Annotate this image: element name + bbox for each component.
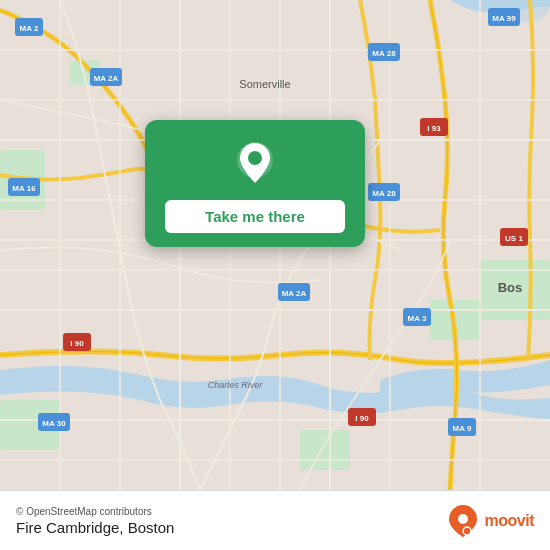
svg-rect-7 <box>300 430 350 470</box>
svg-text:MA 28: MA 28 <box>372 49 396 58</box>
svg-text:MA 2A: MA 2A <box>282 289 307 298</box>
navigation-popup: Take me there <box>145 120 365 247</box>
moovit-logo: moovit <box>445 503 534 539</box>
take-me-there-button[interactable]: Take me there <box>165 200 345 233</box>
svg-point-59 <box>463 527 471 535</box>
moovit-icon <box>445 503 481 539</box>
svg-point-58 <box>458 514 468 524</box>
location-name: Fire Cambridge, Boston <box>16 519 174 536</box>
svg-text:MA 2A: MA 2A <box>94 74 119 83</box>
map-container: MA 2 MA 2A MA 28 MA 99 MA 16 I 93 US 1 M… <box>0 0 550 490</box>
svg-text:Somerville: Somerville <box>239 78 290 90</box>
svg-text:I 90: I 90 <box>355 414 369 423</box>
svg-text:Charles River: Charles River <box>208 380 264 390</box>
svg-text:MA 9: MA 9 <box>453 424 472 433</box>
svg-text:MA 28: MA 28 <box>372 189 396 198</box>
svg-text:MA 30: MA 30 <box>42 419 66 428</box>
svg-text:US 1: US 1 <box>505 234 523 243</box>
svg-point-57 <box>248 151 262 165</box>
bottom-bar: © OpenStreetMap contributors Fire Cambri… <box>0 490 550 550</box>
svg-text:MA 16: MA 16 <box>12 184 36 193</box>
svg-text:I 90: I 90 <box>70 339 84 348</box>
moovit-text: moovit <box>485 512 534 530</box>
svg-text:MA 2: MA 2 <box>20 24 39 33</box>
location-pin-icon <box>230 138 280 188</box>
svg-text:I 93: I 93 <box>427 124 441 133</box>
svg-text:MA 3: MA 3 <box>408 314 427 323</box>
map-attribution: © OpenStreetMap contributors <box>16 506 174 517</box>
location-info: © OpenStreetMap contributors Fire Cambri… <box>16 506 174 536</box>
svg-text:Bos: Bos <box>498 280 523 295</box>
svg-text:MA 99: MA 99 <box>492 14 516 23</box>
